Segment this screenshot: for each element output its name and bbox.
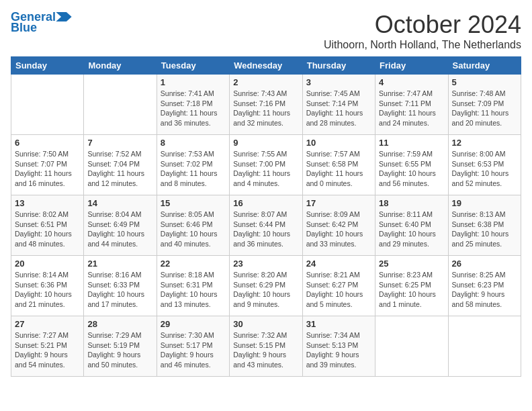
day-number: 9 (233, 138, 298, 148)
day-number: 29 (161, 319, 226, 329)
day-info: Sunrise: 8:09 AMSunset: 6:42 PMDaylight:… (306, 210, 371, 249)
calendar-row: 27Sunrise: 7:27 AMSunset: 5:21 PMDayligh… (11, 316, 521, 377)
logo: General Blue (11, 11, 72, 35)
svg-marker-0 (56, 12, 71, 21)
day-number: 31 (306, 319, 371, 329)
calendar-cell: 29Sunrise: 7:30 AMSunset: 5:17 PMDayligh… (157, 316, 229, 377)
day-info: Sunrise: 8:23 AMSunset: 6:25 PMDaylight:… (379, 270, 444, 310)
day-number: 20 (15, 259, 80, 269)
day-number: 2 (233, 77, 298, 87)
calendar-cell: 3Sunrise: 7:45 AMSunset: 7:14 PMDaylight… (302, 75, 375, 135)
day-info: Sunrise: 7:32 AMSunset: 5:15 PMDaylight:… (233, 330, 298, 370)
day-info: Sunrise: 8:00 AMSunset: 6:53 PMDaylight:… (452, 149, 517, 189)
day-info: Sunrise: 8:04 AMSunset: 6:49 PMDaylight:… (87, 210, 152, 249)
calendar-cell (11, 75, 84, 135)
day-number: 4 (379, 77, 444, 87)
calendar-cell: 4Sunrise: 7:47 AMSunset: 7:11 PMDaylight… (375, 75, 448, 135)
calendar-header-cell: Saturday (448, 57, 521, 75)
calendar-cell: 26Sunrise: 8:25 AMSunset: 6:23 PMDayligh… (448, 256, 521, 316)
day-info: Sunrise: 8:13 AMSunset: 6:38 PMDaylight:… (452, 210, 517, 249)
day-info: Sunrise: 8:07 AMSunset: 6:44 PMDaylight:… (233, 210, 298, 249)
calendar-cell: 11Sunrise: 7:59 AMSunset: 6:55 PMDayligh… (375, 135, 448, 195)
calendar-cell (375, 316, 448, 377)
calendar-table: SundayMondayTuesdayWednesdayThursdayFrid… (11, 56, 521, 377)
day-info: Sunrise: 7:57 AMSunset: 6:58 PMDaylight:… (306, 149, 371, 189)
day-number: 30 (233, 319, 298, 329)
calendar-cell: 23Sunrise: 8:20 AMSunset: 6:29 PMDayligh… (230, 256, 302, 316)
day-number: 5 (452, 77, 517, 87)
calendar-header-cell: Friday (375, 57, 448, 75)
calendar-cell: 12Sunrise: 8:00 AMSunset: 6:53 PMDayligh… (448, 135, 521, 195)
calendar-cell: 31Sunrise: 7:34 AMSunset: 5:13 PMDayligh… (302, 316, 375, 377)
day-number: 10 (306, 138, 371, 148)
day-info: Sunrise: 8:18 AMSunset: 6:31 PMDaylight:… (161, 270, 226, 310)
month-title: October 2024 (324, 11, 521, 39)
calendar-header-row: SundayMondayTuesdayWednesdayThursdayFrid… (11, 57, 521, 75)
day-info: Sunrise: 7:59 AMSunset: 6:55 PMDaylight:… (379, 149, 444, 189)
day-number: 25 (379, 259, 444, 269)
calendar-cell: 9Sunrise: 7:55 AMSunset: 7:00 PMDaylight… (230, 135, 302, 195)
day-info: Sunrise: 7:52 AMSunset: 7:04 PMDaylight:… (87, 149, 152, 189)
day-info: Sunrise: 7:48 AMSunset: 7:09 PMDaylight:… (452, 89, 517, 128)
day-info: Sunrise: 7:45 AMSunset: 7:14 PMDaylight:… (306, 89, 371, 128)
calendar-cell: 16Sunrise: 8:07 AMSunset: 6:44 PMDayligh… (230, 195, 302, 256)
location-title: Uithoorn, North Holland, The Netherlands (324, 39, 521, 51)
day-info: Sunrise: 7:34 AMSunset: 5:13 PMDaylight:… (306, 330, 371, 370)
day-info: Sunrise: 7:53 AMSunset: 7:02 PMDaylight:… (161, 149, 226, 189)
calendar-cell: 17Sunrise: 8:09 AMSunset: 6:42 PMDayligh… (302, 195, 375, 256)
calendar-cell: 28Sunrise: 7:29 AMSunset: 5:19 PMDayligh… (84, 316, 157, 377)
calendar-body: 1Sunrise: 7:41 AMSunset: 7:18 PMDaylight… (11, 75, 521, 377)
day-info: Sunrise: 8:20 AMSunset: 6:29 PMDaylight:… (233, 270, 298, 310)
page-header: General Blue October 2024 Uithoorn, Nort… (11, 11, 521, 51)
day-info: Sunrise: 8:16 AMSunset: 6:33 PMDaylight:… (87, 270, 152, 310)
calendar-cell: 1Sunrise: 7:41 AMSunset: 7:18 PMDaylight… (157, 75, 229, 135)
day-number: 26 (452, 259, 517, 269)
day-number: 6 (15, 138, 80, 148)
day-number: 16 (233, 198, 298, 208)
calendar-cell: 21Sunrise: 8:16 AMSunset: 6:33 PMDayligh… (84, 256, 157, 316)
day-info: Sunrise: 7:41 AMSunset: 7:18 PMDaylight:… (161, 89, 226, 128)
calendar-cell: 30Sunrise: 7:32 AMSunset: 5:15 PMDayligh… (230, 316, 302, 377)
calendar-cell: 18Sunrise: 8:11 AMSunset: 6:40 PMDayligh… (375, 195, 448, 256)
calendar-cell: 14Sunrise: 8:04 AMSunset: 6:49 PMDayligh… (84, 195, 157, 256)
day-number: 28 (87, 319, 152, 329)
day-number: 13 (15, 198, 80, 208)
calendar-cell: 7Sunrise: 7:52 AMSunset: 7:04 PMDaylight… (84, 135, 157, 195)
day-number: 12 (452, 138, 517, 148)
day-number: 15 (161, 198, 226, 208)
calendar-cell: 10Sunrise: 7:57 AMSunset: 6:58 PMDayligh… (302, 135, 375, 195)
day-number: 8 (161, 138, 226, 148)
day-number: 7 (87, 138, 152, 148)
calendar-cell: 6Sunrise: 7:50 AMSunset: 7:07 PMDaylight… (11, 135, 84, 195)
calendar-cell: 27Sunrise: 7:27 AMSunset: 5:21 PMDayligh… (11, 316, 84, 377)
calendar-header-cell: Monday (84, 57, 157, 75)
calendar-header-cell: Tuesday (157, 57, 229, 75)
day-info: Sunrise: 8:02 AMSunset: 6:51 PMDaylight:… (15, 210, 80, 249)
calendar-row: 1Sunrise: 7:41 AMSunset: 7:18 PMDaylight… (11, 75, 521, 135)
day-info: Sunrise: 8:05 AMSunset: 6:46 PMDaylight:… (161, 210, 226, 249)
calendar-row: 6Sunrise: 7:50 AMSunset: 7:07 PMDaylight… (11, 135, 521, 195)
calendar-cell: 5Sunrise: 7:48 AMSunset: 7:09 PMDaylight… (448, 75, 521, 135)
day-info: Sunrise: 8:21 AMSunset: 6:27 PMDaylight:… (306, 270, 371, 310)
calendar-cell: 24Sunrise: 8:21 AMSunset: 6:27 PMDayligh… (302, 256, 375, 316)
logo-text-blue: Blue (11, 21, 37, 35)
day-number: 24 (306, 259, 371, 269)
calendar-cell: 15Sunrise: 8:05 AMSunset: 6:46 PMDayligh… (157, 195, 229, 256)
calendar-cell: 25Sunrise: 8:23 AMSunset: 6:25 PMDayligh… (375, 256, 448, 316)
day-info: Sunrise: 8:11 AMSunset: 6:40 PMDaylight:… (379, 210, 444, 249)
calendar-cell: 2Sunrise: 7:43 AMSunset: 7:16 PMDaylight… (230, 75, 302, 135)
calendar-cell: 13Sunrise: 8:02 AMSunset: 6:51 PMDayligh… (11, 195, 84, 256)
day-info: Sunrise: 7:50 AMSunset: 7:07 PMDaylight:… (15, 149, 80, 189)
calendar-header-cell: Thursday (302, 57, 375, 75)
day-number: 19 (452, 198, 517, 208)
calendar-header-cell: Sunday (11, 57, 84, 75)
day-info: Sunrise: 7:27 AMSunset: 5:21 PMDaylight:… (15, 330, 80, 370)
day-number: 21 (87, 259, 152, 269)
calendar-row: 20Sunrise: 8:14 AMSunset: 6:36 PMDayligh… (11, 256, 521, 316)
day-info: Sunrise: 7:30 AMSunset: 5:17 PMDaylight:… (161, 330, 226, 370)
calendar-cell: 20Sunrise: 8:14 AMSunset: 6:36 PMDayligh… (11, 256, 84, 316)
calendar-cell: 19Sunrise: 8:13 AMSunset: 6:38 PMDayligh… (448, 195, 521, 256)
day-info: Sunrise: 8:25 AMSunset: 6:23 PMDaylight:… (452, 270, 517, 310)
calendar-row: 13Sunrise: 8:02 AMSunset: 6:51 PMDayligh… (11, 195, 521, 256)
calendar-cell: 8Sunrise: 7:53 AMSunset: 7:02 PMDaylight… (157, 135, 229, 195)
